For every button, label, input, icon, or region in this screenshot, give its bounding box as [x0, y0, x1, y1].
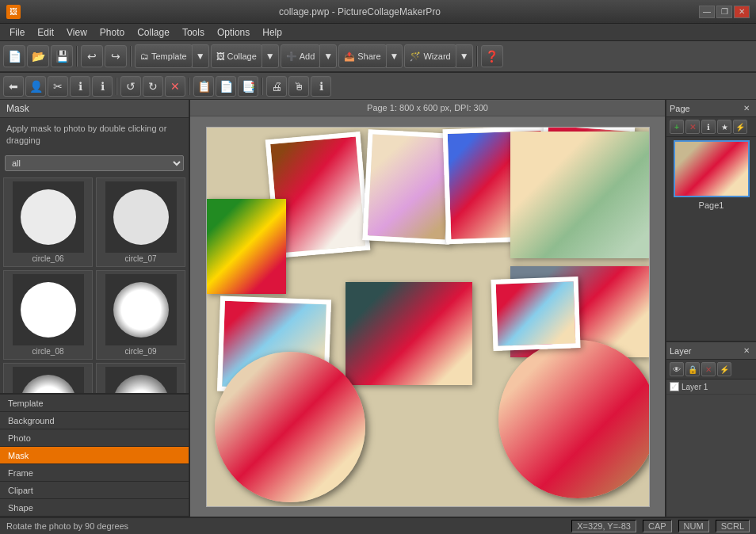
photo-small-group[interactable]	[491, 277, 580, 351]
tab-clipart[interactable]: Clipart	[0, 482, 189, 499]
tb2-info3-button[interactable]: ℹ	[311, 76, 331, 97]
menu-file[interactable]: File	[3, 25, 31, 40]
open-button[interactable]: 📂	[27, 45, 49, 67]
tab-mask[interactable]: Mask	[0, 447, 189, 464]
tb2-paste-button[interactable]: 📄	[216, 76, 236, 97]
tb2-back-button[interactable]: ⬅	[3, 76, 24, 97]
restore-button[interactable]: ❐	[716, 6, 732, 18]
layer-lightning-button[interactable]: ⚡	[717, 362, 731, 376]
tb2-copy-button[interactable]: 📋	[193, 76, 214, 97]
add-button[interactable]: ➕ Add	[281, 44, 321, 68]
layer-checkbox-1[interactable]: ✓	[670, 382, 679, 391]
tb2-info1-button[interactable]: ℹ	[70, 76, 90, 97]
add-dropdown-arrow[interactable]: ▼	[319, 44, 337, 68]
layer-item-1-label: Layer 1	[682, 383, 708, 391]
status-coords: X=329, Y=-83	[571, 520, 636, 532]
main-content: Mask Apply mask to photo by double click…	[0, 100, 756, 517]
minimize-button[interactable]: —	[699, 6, 715, 18]
save-button[interactable]: 💾	[51, 45, 73, 67]
left-panel: Mask Apply mask to photo by double click…	[0, 100, 190, 517]
layer-eye-button[interactable]: 👁	[670, 362, 684, 376]
tb2-sep-2	[189, 78, 190, 95]
close-button[interactable]: ✕	[734, 6, 750, 18]
tb2-crop-button[interactable]: ✂	[48, 76, 68, 97]
mask-grid-container[interactable]: circle_06 circle_07 circle_08	[0, 174, 189, 393]
toolbar-sep-1	[76, 46, 78, 67]
collage-dropdown-arrow[interactable]: ▼	[262, 44, 279, 68]
menu-collage[interactable]: Collage	[131, 25, 176, 40]
menu-options[interactable]: Options	[211, 25, 256, 40]
layer-remove-button[interactable]: ✕	[701, 362, 716, 376]
share-button[interactable]: 📤 Share	[338, 44, 386, 68]
tb2-select-button[interactable]: 👤	[25, 76, 46, 97]
undo-button[interactable]: ↩	[81, 45, 103, 67]
collage-icon: 🖼	[216, 51, 225, 61]
window-title: collage.pwp - PictureCollageMakerPro	[21, 6, 699, 17]
page-remove-button[interactable]: ✕	[685, 120, 700, 134]
redo-button[interactable]: ↪	[105, 45, 127, 67]
tab-background[interactable]: Background	[0, 412, 189, 429]
page-star-button[interactable]: ★	[717, 120, 731, 134]
layer-close-icon[interactable]: ✕	[740, 345, 753, 357]
tb2-cut-button[interactable]: 📑	[238, 76, 258, 97]
toolbar-sep-3	[476, 46, 478, 67]
menu-edit[interactable]: Edit	[31, 25, 60, 40]
status-right: X=329, Y=-83 CAP NUM SCRL	[571, 520, 750, 532]
page-lightning-button[interactable]: ⚡	[733, 120, 747, 134]
layer-lock-button[interactable]: 🔒	[685, 362, 700, 376]
page-thumbnail[interactable]	[674, 140, 750, 197]
mask-item-circle06[interactable]: circle_06	[3, 177, 93, 267]
mask-thumb-circle11	[105, 367, 177, 393]
tb2-rotate-left-button[interactable]: ↺	[120, 76, 141, 97]
canvas-wrapper[interactable]	[190, 116, 665, 517]
tab-photo[interactable]: Photo	[0, 429, 189, 447]
canvas[interactable]	[206, 127, 650, 507]
layer-content[interactable]: ✓ Layer 1	[666, 380, 756, 517]
photo-christmas-gifts[interactable]	[207, 199, 286, 294]
mask-item-circle08[interactable]: circle_08	[3, 270, 93, 360]
tab-shape[interactable]: Shape	[0, 499, 189, 517]
tab-frame[interactable]: Frame	[0, 464, 189, 482]
mask-item-circle10[interactable]: circle_10	[3, 363, 93, 393]
wizard-dropdown-arrow[interactable]: ▼	[456, 44, 473, 68]
mask-filter-select[interactable]: all circle square star frame	[5, 155, 184, 171]
template-dropdown-arrow[interactable]: ▼	[192, 44, 209, 68]
page-info-button[interactable]: ℹ	[701, 120, 716, 134]
page-controls: + ✕ ℹ ★ ⚡	[666, 117, 756, 137]
tb2-cursor-button[interactable]: 🖱	[288, 76, 309, 97]
panel-description: Apply mask to photo by double clicking o…	[0, 118, 189, 152]
photo-boy-sleeping[interactable]	[510, 132, 649, 258]
status-scrl: SCRL	[716, 520, 750, 532]
tb2-print-button[interactable]: 🖨	[266, 76, 287, 97]
share-dropdown-arrow[interactable]: ▼	[386, 44, 403, 68]
page-add-button[interactable]: +	[670, 120, 684, 134]
menu-help[interactable]: Help	[256, 25, 288, 40]
wizard-button[interactable]: 🪄 Wizard	[404, 44, 456, 68]
mask-item-circle09[interactable]: circle_09	[96, 270, 185, 360]
new-button[interactable]: 📄	[3, 45, 25, 67]
toolbar-sep-2	[130, 46, 132, 67]
menu-view[interactable]: View	[60, 25, 94, 40]
photo-couple-kissing[interactable]	[362, 129, 455, 245]
photo-woman-circle[interactable]	[498, 340, 650, 498]
mask-item-circle11[interactable]: circle_11	[96, 363, 185, 393]
tab-template[interactable]: Template	[0, 395, 189, 412]
template-button[interactable]: 🗂 Template	[135, 44, 193, 68]
page-close-icon[interactable]: ✕	[740, 102, 753, 115]
menu-tools[interactable]: Tools	[176, 25, 211, 40]
collage-button[interactable]: 🖼 Collage	[211, 44, 262, 68]
mask-item-circle07[interactable]: circle_07	[96, 177, 185, 267]
menu-photo[interactable]: Photo	[94, 25, 131, 40]
layer-item-1[interactable]: ✓ Layer 1	[666, 380, 756, 395]
layer-controls: 👁 🔒 ✕ ⚡	[666, 360, 756, 380]
tb2-info2-button[interactable]: ℹ	[92, 76, 113, 97]
help-button[interactable]: ❓	[481, 45, 503, 67]
photo-group[interactable]	[346, 282, 472, 385]
toolbar: 📄 📂 💾 ↩ ↪ 🗂 Template ▼ 🖼 Collage ▼ ➕ Add…	[0, 41, 756, 73]
page-header-icons: ✕	[740, 102, 753, 115]
tb2-rotate-right-button[interactable]: ↻	[143, 76, 163, 97]
photo-family-circle[interactable]	[215, 352, 365, 502]
layer-panel: Layer ✕ 👁 🔒 ✕ ⚡ ✓ Layer 1	[666, 342, 756, 517]
tb2-delete-button[interactable]: ✕	[165, 76, 185, 97]
mask-thumb-circle07	[105, 181, 177, 253]
